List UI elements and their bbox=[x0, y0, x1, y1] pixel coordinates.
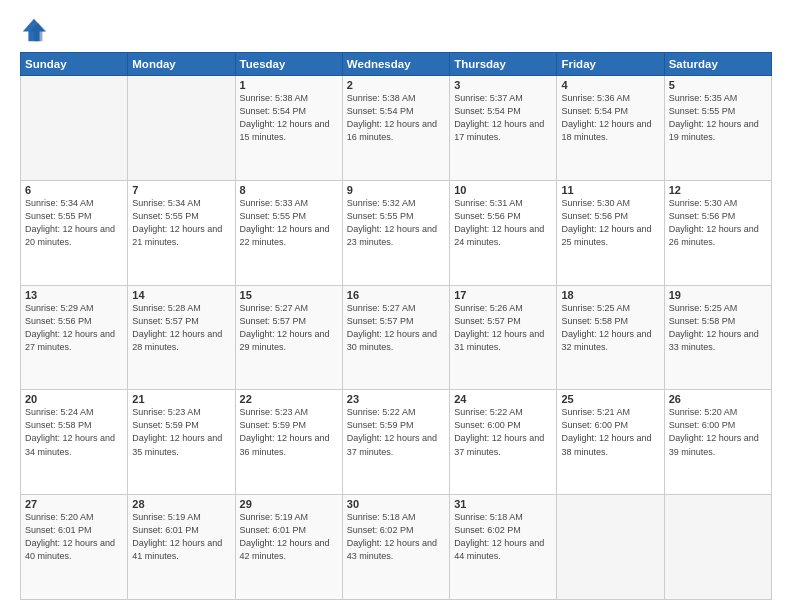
daylight-text: Daylight: 12 hours and 34 minutes. bbox=[25, 432, 123, 458]
daylight-text: Daylight: 12 hours and 32 minutes. bbox=[561, 328, 659, 354]
page: SundayMondayTuesdayWednesdayThursdayFrid… bbox=[0, 0, 792, 612]
sunset-text: Sunset: 5:55 PM bbox=[132, 210, 230, 223]
sunset-text: Sunset: 6:01 PM bbox=[132, 524, 230, 537]
sunrise-text: Sunrise: 5:35 AM bbox=[669, 92, 767, 105]
calendar-cell: 11Sunrise: 5:30 AMSunset: 5:56 PMDayligh… bbox=[557, 180, 664, 285]
calendar-cell: 25Sunrise: 5:21 AMSunset: 6:00 PMDayligh… bbox=[557, 390, 664, 495]
calendar-cell: 12Sunrise: 5:30 AMSunset: 5:56 PMDayligh… bbox=[664, 180, 771, 285]
daylight-text: Daylight: 12 hours and 16 minutes. bbox=[347, 118, 445, 144]
day-number: 2 bbox=[347, 79, 445, 91]
day-info: Sunrise: 5:25 AMSunset: 5:58 PMDaylight:… bbox=[561, 302, 659, 354]
daylight-text: Daylight: 12 hours and 18 minutes. bbox=[561, 118, 659, 144]
daylight-text: Daylight: 12 hours and 37 minutes. bbox=[347, 432, 445, 458]
day-number: 24 bbox=[454, 393, 552, 405]
calendar-cell: 22Sunrise: 5:23 AMSunset: 5:59 PMDayligh… bbox=[235, 390, 342, 495]
header bbox=[20, 16, 772, 44]
sunrise-text: Sunrise: 5:22 AM bbox=[454, 406, 552, 419]
day-number: 21 bbox=[132, 393, 230, 405]
sunset-text: Sunset: 6:02 PM bbox=[454, 524, 552, 537]
calendar-cell: 17Sunrise: 5:26 AMSunset: 5:57 PMDayligh… bbox=[450, 285, 557, 390]
sunrise-text: Sunrise: 5:37 AM bbox=[454, 92, 552, 105]
daylight-text: Daylight: 12 hours and 30 minutes. bbox=[347, 328, 445, 354]
calendar-table: SundayMondayTuesdayWednesdayThursdayFrid… bbox=[20, 52, 772, 600]
day-info: Sunrise: 5:28 AMSunset: 5:57 PMDaylight:… bbox=[132, 302, 230, 354]
sunrise-text: Sunrise: 5:28 AM bbox=[132, 302, 230, 315]
day-info: Sunrise: 5:22 AMSunset: 6:00 PMDaylight:… bbox=[454, 406, 552, 458]
day-info: Sunrise: 5:23 AMSunset: 5:59 PMDaylight:… bbox=[132, 406, 230, 458]
day-number: 14 bbox=[132, 289, 230, 301]
calendar-cell: 3Sunrise: 5:37 AMSunset: 5:54 PMDaylight… bbox=[450, 76, 557, 181]
day-number: 7 bbox=[132, 184, 230, 196]
sunset-text: Sunset: 6:00 PM bbox=[561, 419, 659, 432]
day-number: 15 bbox=[240, 289, 338, 301]
sunset-text: Sunset: 5:57 PM bbox=[454, 315, 552, 328]
day-number: 13 bbox=[25, 289, 123, 301]
calendar-cell bbox=[21, 76, 128, 181]
daylight-text: Daylight: 12 hours and 44 minutes. bbox=[454, 537, 552, 563]
day-info: Sunrise: 5:36 AMSunset: 5:54 PMDaylight:… bbox=[561, 92, 659, 144]
day-info: Sunrise: 5:37 AMSunset: 5:54 PMDaylight:… bbox=[454, 92, 552, 144]
day-info: Sunrise: 5:35 AMSunset: 5:55 PMDaylight:… bbox=[669, 92, 767, 144]
logo bbox=[20, 16, 52, 44]
day-info: Sunrise: 5:30 AMSunset: 5:56 PMDaylight:… bbox=[669, 197, 767, 249]
day-info: Sunrise: 5:27 AMSunset: 5:57 PMDaylight:… bbox=[347, 302, 445, 354]
day-info: Sunrise: 5:32 AMSunset: 5:55 PMDaylight:… bbox=[347, 197, 445, 249]
daylight-text: Daylight: 12 hours and 29 minutes. bbox=[240, 328, 338, 354]
day-number: 29 bbox=[240, 498, 338, 510]
daylight-text: Daylight: 12 hours and 35 minutes. bbox=[132, 432, 230, 458]
sunrise-text: Sunrise: 5:30 AM bbox=[561, 197, 659, 210]
daylight-text: Daylight: 12 hours and 20 minutes. bbox=[25, 223, 123, 249]
calendar-cell: 13Sunrise: 5:29 AMSunset: 5:56 PMDayligh… bbox=[21, 285, 128, 390]
daylight-text: Daylight: 12 hours and 21 minutes. bbox=[132, 223, 230, 249]
calendar-cell: 28Sunrise: 5:19 AMSunset: 6:01 PMDayligh… bbox=[128, 495, 235, 600]
day-info: Sunrise: 5:26 AMSunset: 5:57 PMDaylight:… bbox=[454, 302, 552, 354]
day-number: 30 bbox=[347, 498, 445, 510]
sunset-text: Sunset: 5:59 PM bbox=[240, 419, 338, 432]
sunrise-text: Sunrise: 5:38 AM bbox=[240, 92, 338, 105]
sunrise-text: Sunrise: 5:29 AM bbox=[25, 302, 123, 315]
sunrise-text: Sunrise: 5:20 AM bbox=[25, 511, 123, 524]
day-info: Sunrise: 5:19 AMSunset: 6:01 PMDaylight:… bbox=[132, 511, 230, 563]
sunset-text: Sunset: 6:01 PM bbox=[240, 524, 338, 537]
daylight-text: Daylight: 12 hours and 33 minutes. bbox=[669, 328, 767, 354]
sunrise-text: Sunrise: 5:36 AM bbox=[561, 92, 659, 105]
day-number: 28 bbox=[132, 498, 230, 510]
day-number: 16 bbox=[347, 289, 445, 301]
sunrise-text: Sunrise: 5:31 AM bbox=[454, 197, 552, 210]
daylight-text: Daylight: 12 hours and 24 minutes. bbox=[454, 223, 552, 249]
day-number: 1 bbox=[240, 79, 338, 91]
daylight-text: Daylight: 12 hours and 17 minutes. bbox=[454, 118, 552, 144]
day-number: 11 bbox=[561, 184, 659, 196]
sunrise-text: Sunrise: 5:19 AM bbox=[132, 511, 230, 524]
sunset-text: Sunset: 5:55 PM bbox=[669, 105, 767, 118]
sunrise-text: Sunrise: 5:22 AM bbox=[347, 406, 445, 419]
day-info: Sunrise: 5:25 AMSunset: 5:58 PMDaylight:… bbox=[669, 302, 767, 354]
weekday-header-friday: Friday bbox=[557, 53, 664, 76]
day-number: 31 bbox=[454, 498, 552, 510]
daylight-text: Daylight: 12 hours and 31 minutes. bbox=[454, 328, 552, 354]
day-number: 10 bbox=[454, 184, 552, 196]
day-info: Sunrise: 5:20 AMSunset: 6:00 PMDaylight:… bbox=[669, 406, 767, 458]
daylight-text: Daylight: 12 hours and 41 minutes. bbox=[132, 537, 230, 563]
daylight-text: Daylight: 12 hours and 15 minutes. bbox=[240, 118, 338, 144]
calendar-cell: 7Sunrise: 5:34 AMSunset: 5:55 PMDaylight… bbox=[128, 180, 235, 285]
day-info: Sunrise: 5:20 AMSunset: 6:01 PMDaylight:… bbox=[25, 511, 123, 563]
sunset-text: Sunset: 5:56 PM bbox=[454, 210, 552, 223]
sunset-text: Sunset: 6:00 PM bbox=[454, 419, 552, 432]
day-info: Sunrise: 5:23 AMSunset: 5:59 PMDaylight:… bbox=[240, 406, 338, 458]
day-info: Sunrise: 5:33 AMSunset: 5:55 PMDaylight:… bbox=[240, 197, 338, 249]
sunset-text: Sunset: 5:56 PM bbox=[25, 315, 123, 328]
sunset-text: Sunset: 5:58 PM bbox=[561, 315, 659, 328]
sunset-text: Sunset: 6:02 PM bbox=[347, 524, 445, 537]
day-info: Sunrise: 5:21 AMSunset: 6:00 PMDaylight:… bbox=[561, 406, 659, 458]
calendar-cell: 21Sunrise: 5:23 AMSunset: 5:59 PMDayligh… bbox=[128, 390, 235, 495]
day-number: 25 bbox=[561, 393, 659, 405]
day-number: 26 bbox=[669, 393, 767, 405]
day-info: Sunrise: 5:34 AMSunset: 5:55 PMDaylight:… bbox=[25, 197, 123, 249]
sunrise-text: Sunrise: 5:26 AM bbox=[454, 302, 552, 315]
day-number: 5 bbox=[669, 79, 767, 91]
daylight-text: Daylight: 12 hours and 38 minutes. bbox=[561, 432, 659, 458]
sunrise-text: Sunrise: 5:30 AM bbox=[669, 197, 767, 210]
day-number: 6 bbox=[25, 184, 123, 196]
daylight-text: Daylight: 12 hours and 43 minutes. bbox=[347, 537, 445, 563]
